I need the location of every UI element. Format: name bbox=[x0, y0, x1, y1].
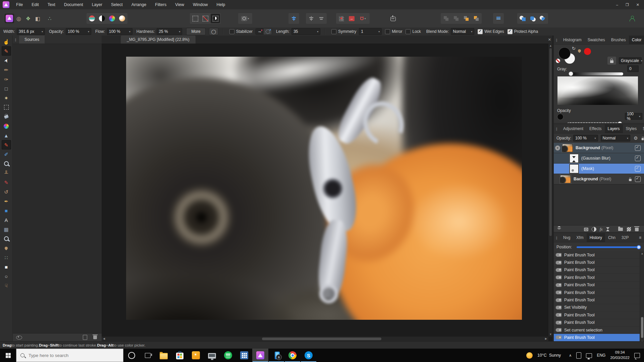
opacity-value-dropdown[interactable]: 100 %▾ bbox=[625, 113, 642, 120]
history-position-handle[interactable] bbox=[637, 245, 641, 249]
move-tool[interactable]: ➤ bbox=[2, 56, 11, 65]
protect-alpha-checkbox[interactable] bbox=[507, 29, 513, 34]
tab-effects[interactable]: Effects bbox=[586, 124, 604, 133]
show-hidden-icons-icon[interactable]: ∧ bbox=[569, 353, 572, 358]
zoom-tool[interactable] bbox=[2, 234, 11, 243]
subtract-selection-button[interactable] bbox=[201, 14, 210, 23]
taskbar-search[interactable] bbox=[16, 349, 123, 362]
layer-lock-icon[interactable] bbox=[629, 179, 632, 181]
move-forward-button[interactable] bbox=[462, 14, 471, 23]
auto-colours-button[interactable] bbox=[107, 14, 117, 23]
restore-button[interactable]: ❐ bbox=[626, 3, 629, 7]
wet-edges-checkbox[interactable] bbox=[478, 29, 483, 34]
taskbar-app-microsoft-store[interactable] bbox=[172, 349, 188, 362]
menu-arrange[interactable]: Arrange bbox=[131, 2, 146, 7]
tab-stock[interactable]: Stock bbox=[640, 124, 644, 133]
history-item[interactable]: Paint Brush Tool bbox=[554, 266, 640, 274]
gray-value-field[interactable]: 0 bbox=[627, 65, 639, 72]
export-persona-button[interactable]: ∴ bbox=[45, 14, 54, 23]
weather-sun-icon[interactable] bbox=[526, 352, 533, 359]
menu-document[interactable]: Document bbox=[64, 2, 83, 7]
taskbar-app-system-monitor[interactable] bbox=[204, 349, 220, 362]
hardness-field[interactable]: 25 %▾ bbox=[157, 28, 182, 35]
tab-layers[interactable]: Layers bbox=[605, 124, 623, 133]
photo-canvas[interactable] bbox=[126, 57, 522, 320]
tab-xfm[interactable]: Xfm bbox=[573, 233, 586, 242]
menu-select[interactable]: Select bbox=[111, 2, 123, 7]
layers-opacity-dropdown[interactable]: 100 %▾ bbox=[573, 135, 598, 141]
lock-colour-button[interactable] bbox=[607, 57, 616, 65]
history-item[interactable]: Set Visibility bbox=[554, 304, 640, 311]
magic-wand-tool[interactable]: ✶ bbox=[2, 93, 11, 103]
history-scroll-thumb[interactable] bbox=[641, 317, 643, 338]
scroll-left-icon[interactable]: ◀ bbox=[103, 337, 105, 340]
layer-thumbnail[interactable] bbox=[560, 175, 571, 183]
tab-nvg[interactable]: Nvg bbox=[560, 233, 573, 242]
expand-icon[interactable]: ▼ bbox=[555, 145, 560, 150]
layer-visibility-checkbox[interactable] bbox=[635, 176, 641, 182]
marquee-select-tool[interactable] bbox=[2, 103, 11, 112]
tab-adjustment[interactable]: Adjustment bbox=[560, 124, 586, 133]
gradient-tool[interactable]: ▲ bbox=[2, 131, 11, 140]
task-view-button[interactable] bbox=[140, 349, 156, 362]
history-item[interactable]: Paint Brush Tool bbox=[554, 334, 640, 341]
tab-styles[interactable]: Styles bbox=[623, 124, 640, 133]
horizontal-scrollbar[interactable]: ◀ ▶ bbox=[102, 336, 548, 341]
erase-brush-tool[interactable]: ✐ bbox=[2, 149, 11, 159]
taskbar-app-spotify[interactable] bbox=[220, 349, 236, 362]
clock[interactable]: 09:3420/03/2022 bbox=[610, 350, 630, 360]
language-indicator[interactable]: ENG bbox=[597, 353, 605, 358]
layer-thumbnail[interactable] bbox=[562, 144, 573, 152]
live-filter-icon[interactable] bbox=[606, 227, 609, 231]
layer-thumbnail[interactable] bbox=[570, 154, 579, 163]
taskbar-app-chrome[interactable] bbox=[284, 349, 301, 362]
menu-view[interactable]: View bbox=[175, 2, 184, 7]
shape-tool[interactable]: ■ bbox=[2, 262, 11, 272]
add-mask-icon[interactable] bbox=[584, 228, 588, 231]
account-button[interactable] bbox=[627, 14, 637, 23]
panel-menu-icon[interactable]: ≡ bbox=[639, 235, 641, 240]
menu-edit[interactable]: Edit bbox=[32, 2, 39, 7]
delete-layer-icon[interactable] bbox=[635, 228, 639, 231]
gear-icon[interactable]: ⚙ bbox=[634, 135, 638, 141]
add-adjustment-icon[interactable] bbox=[592, 227, 596, 232]
liquify-persona-button[interactable]: ◎ bbox=[14, 14, 23, 23]
boolean-divide-button[interactable] bbox=[538, 14, 547, 23]
menu-text[interactable]: Text bbox=[48, 2, 55, 7]
grayscale-picker-area[interactable] bbox=[557, 76, 638, 105]
history-item[interactable]: Paint Brush Tool bbox=[554, 259, 640, 266]
intersect-selection-button[interactable] bbox=[211, 14, 220, 23]
lock-checkbox[interactable] bbox=[406, 29, 411, 34]
history-item[interactable]: Paint Brush Tool bbox=[554, 251, 640, 259]
group-layers-icon[interactable] bbox=[618, 228, 623, 231]
taskbar-app-affinity-photo[interactable] bbox=[252, 349, 268, 362]
swap-colours-icon[interactable]: ↻ bbox=[572, 46, 576, 51]
colour-mode-dropdown[interactable]: Grayscale▾ bbox=[619, 57, 642, 64]
taskbar-app-your-phone[interactable]: 6 bbox=[268, 349, 284, 362]
insert-behind-button[interactable] bbox=[441, 14, 451, 23]
symmetry-count-field[interactable]: 1▾ bbox=[359, 28, 382, 35]
selection-brush-tool[interactable]: ✏ bbox=[2, 65, 11, 74]
layers-stack-icon[interactable] bbox=[556, 226, 562, 232]
document-tab[interactable]: _MG_8795.JPG [Modified] (22.8%) bbox=[121, 36, 196, 44]
auto-white-balance-button[interactable] bbox=[117, 14, 127, 23]
menu-layer[interactable]: Layer bbox=[92, 2, 102, 7]
vertical-scroll-thumb[interactable] bbox=[549, 48, 552, 236]
boolean-add-button[interactable] bbox=[518, 14, 527, 23]
flow-field[interactable]: 100 %▾ bbox=[107, 28, 132, 35]
picked-colour-swatch[interactable] bbox=[584, 48, 591, 55]
pen-tool[interactable]: ✒ bbox=[2, 196, 11, 206]
align-handles-button[interactable] bbox=[289, 14, 299, 23]
tab-chn[interactable]: Chn bbox=[605, 233, 619, 242]
ellipse-tool[interactable]: ○ bbox=[2, 272, 11, 281]
layer-visibility-checkbox[interactable] bbox=[635, 145, 641, 151]
scroll-right-icon[interactable]: ▶ bbox=[545, 337, 547, 340]
view-tool[interactable]: ☝ bbox=[2, 37, 11, 46]
taskbar-app-notes-app[interactable] bbox=[188, 349, 204, 362]
menu-window[interactable]: Window bbox=[193, 2, 208, 7]
history-item[interactable]: Paint Brush Tool bbox=[554, 282, 640, 289]
boolean-subtract-button[interactable] bbox=[528, 14, 537, 23]
tone-mapping-persona-button[interactable]: ◧ bbox=[33, 14, 42, 23]
blur-brush-tool[interactable] bbox=[2, 159, 11, 168]
insert-inside-button[interactable] bbox=[451, 14, 461, 23]
